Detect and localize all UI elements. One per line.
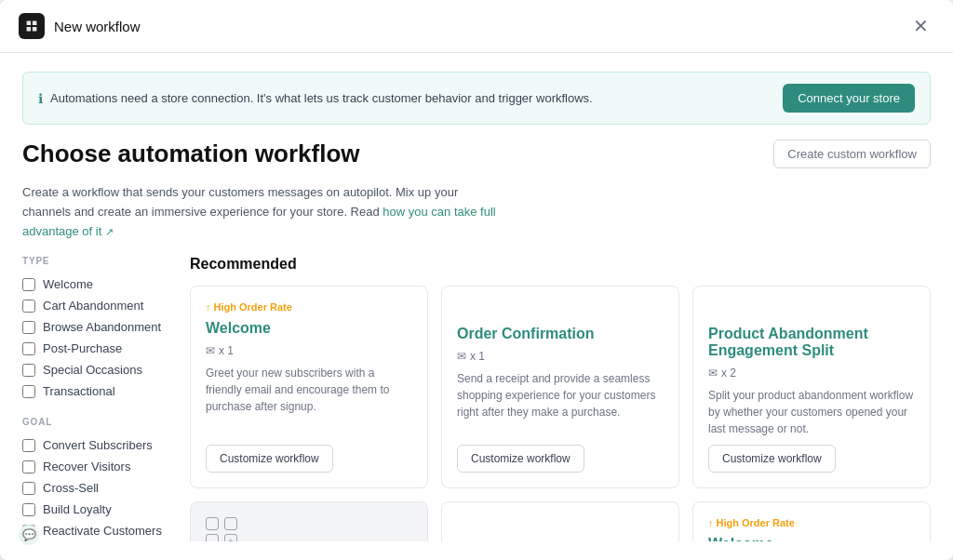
chat-icon-button[interactable]: 💬	[19, 525, 39, 545]
welcome-label: Welcome	[43, 277, 93, 291]
sidebar-item-build-loyalty[interactable]: Build Loyalty	[22, 499, 171, 520]
order-confirmation-email-count: ✉ x 1	[457, 350, 664, 363]
order-confirmation-title: Order Confirmation	[457, 326, 664, 342]
sidebar-item-special-occasions[interactable]: Special Occasions	[22, 359, 171, 380]
special-occasions-label: Special Occasions	[43, 363, 142, 377]
connect-store-button[interactable]: Connect your store	[783, 84, 915, 113]
browse-abandonment-checkbox[interactable]	[22, 321, 35, 334]
high-order-rate-badge-2: ↑ High Order Rate	[708, 517, 915, 528]
alert-text: ℹ Automations need a store connection. I…	[38, 91, 593, 106]
reactivate-customers-label: Reactivate Customers	[43, 524, 162, 538]
workflows-area: Recommended ↑ High Order Rate Welcome ✉	[190, 256, 931, 541]
envelope-icon-3: ✉	[708, 367, 718, 380]
build-loyalty-label: Build Loyalty	[43, 502, 112, 516]
workflow-card-crosssell: Cross-Sell Delay A/B Test ✉ x 1	[441, 501, 679, 541]
app-dot-plus: +	[224, 534, 237, 541]
welcome-2-title: Welcome	[708, 536, 915, 541]
transactional-label: Transactional	[43, 384, 115, 398]
cart-abandonment-label: Cart Abandonment	[43, 299, 143, 313]
cart-abandonment-checkbox[interactable]	[22, 300, 35, 313]
chatbubble-icon[interactable]: 💬	[19, 525, 39, 545]
workflow-card-welcome-2: ↑ High Order Rate Welcome ✉ x 3	[692, 501, 931, 541]
goal-label: GOAL	[22, 417, 171, 427]
envelope-icon-1: ✉	[206, 344, 215, 357]
cards-grid: ↑ High Order Rate Welcome ✉ x 1 Greet yo…	[190, 286, 931, 541]
high-order-rate-badge-1: ↑ High Order Rate	[206, 301, 412, 313]
sidebar-item-welcome[interactable]: Welcome	[22, 273, 171, 295]
modal-title: New workflow	[54, 19, 141, 34]
welcome-card-title: Welcome	[206, 320, 412, 337]
customize-workflow-button-3[interactable]: Customize workflow	[708, 445, 836, 473]
recover-visitors-checkbox[interactable]	[22, 460, 35, 473]
customize-workflow-button-2[interactable]: Customize workflow	[457, 445, 584, 473]
arrow-up-icon-1: ↑	[206, 301, 211, 313]
welcome-checkbox[interactable]	[22, 278, 35, 291]
new-workflow-modal: New workflow ✕ ℹ Automations need a stor…	[0, 0, 953, 560]
apps-icon-grid: +	[206, 517, 239, 541]
app-dot-3	[206, 534, 219, 541]
create-custom-button[interactable]: Create custom workflow	[773, 140, 931, 168]
sidebar-item-transactional[interactable]: Transactional	[22, 380, 171, 402]
product-abandonment-email-count: ✉ x 2	[708, 367, 915, 380]
cross-sell-checkbox[interactable]	[22, 482, 35, 495]
close-button[interactable]: ✕	[907, 15, 934, 37]
external-link-icon: ↗	[105, 226, 114, 237]
sidebar-item-cart-abandonment[interactable]: Cart Abandonment	[22, 295, 171, 316]
sidebar: TYPE Welcome Cart Abandonment Browse Aba…	[22, 256, 190, 541]
modal-header: New workflow ✕	[0, 0, 953, 53]
welcome-card-desc: Greet your new subscribers with a friend…	[206, 365, 412, 437]
order-confirmation-desc: Send a receipt and provide a seamless sh…	[457, 370, 664, 437]
sidebar-item-reactivate-customers[interactable]: Reactivate Customers	[22, 520, 171, 541]
workflow-card-order-confirmation: Order Confirmation ✉ x 1 Send a receipt …	[441, 286, 679, 488]
workflow-card-product-abandonment: Product Abandonment Engagement Split ✉ x…	[692, 286, 931, 488]
page-description: Create a workflow that sends your custom…	[22, 183, 506, 241]
post-purchase-label: Post-Purchase	[43, 341, 122, 355]
special-occasions-checkbox[interactable]	[22, 364, 35, 377]
convert-subscribers-checkbox[interactable]	[22, 439, 35, 452]
sidebar-item-convert-subscribers[interactable]: Convert Subscribers	[22, 434, 171, 456]
customize-workflow-button-1[interactable]: Customize workflow	[206, 445, 333, 473]
build-loyalty-checkbox[interactable]	[22, 503, 35, 516]
modal-body: ℹ Automations need a store connection. I…	[0, 53, 953, 560]
page-title: Choose automation workflow	[22, 140, 360, 168]
cross-sell-label: Cross-Sell	[43, 481, 99, 495]
modal-content: ℹ Automations need a store connection. I…	[0, 53, 953, 560]
app-logo	[19, 13, 45, 39]
alert-message: Automations need a store connection. It'…	[50, 91, 593, 105]
sidebar-item-post-purchase[interactable]: Post-Purchase	[22, 338, 171, 359]
alert-banner: ℹ Automations need a store connection. I…	[22, 72, 931, 125]
convert-subscribers-label: Convert Subscribers	[43, 438, 153, 452]
modal-header-left: New workflow	[19, 13, 141, 39]
sidebar-item-browse-abandonment[interactable]: Browse Abandonment	[22, 316, 171, 338]
page-title-row: Choose automation workflow Create custom…	[22, 140, 931, 168]
app-dot-1	[206, 517, 219, 530]
workflow-card-welcome: ↑ High Order Rate Welcome ✉ x 1 Greet yo…	[190, 286, 428, 488]
product-abandonment-title: Product Abandonment Engagement Split	[708, 326, 915, 359]
transactional-checkbox[interactable]	[22, 385, 35, 398]
connected-apps-card: + Connected apps Integrate apps to uncov…	[190, 501, 428, 541]
app-dot-2	[224, 517, 237, 530]
browse-abandonment-label: Browse Abandonment	[43, 320, 161, 334]
product-abandonment-desc: Split your product abandonment workflow …	[708, 387, 915, 437]
sidebar-item-recover-visitors[interactable]: Recover Visitors	[22, 456, 171, 477]
main-area: TYPE Welcome Cart Abandonment Browse Aba…	[22, 256, 931, 541]
post-purchase-checkbox[interactable]	[22, 342, 35, 355]
type-label: TYPE	[22, 256, 171, 266]
sidebar-item-cross-sell[interactable]: Cross-Sell	[22, 477, 171, 499]
welcome-email-count: ✉ x 1	[206, 344, 412, 357]
envelope-icon-2: ✉	[457, 350, 466, 363]
arrow-up-icon-2: ↑	[708, 517, 714, 528]
info-icon: ℹ	[38, 91, 43, 106]
recommended-title: Recommended	[190, 256, 931, 273]
recover-visitors-label: Recover Visitors	[43, 460, 130, 473]
